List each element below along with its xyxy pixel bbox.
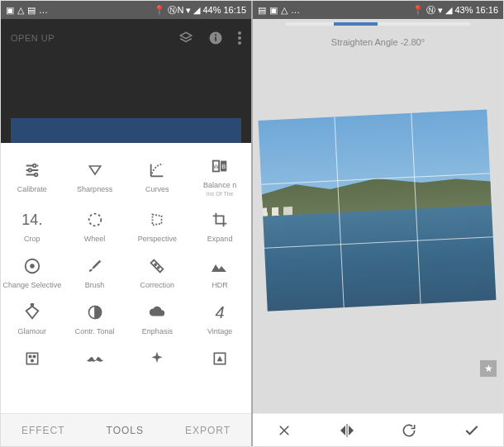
tool-label: Enphasis <box>142 327 173 335</box>
contrast-icon <box>87 302 103 322</box>
tool-crop2[interactable] <box>1 342 64 375</box>
apply-button[interactable] <box>440 422 503 439</box>
tab-effect[interactable]: EFFECT <box>21 425 65 436</box>
gallery-icon: ▤ <box>27 5 36 16</box>
tool-label: Calibrate <box>17 185 47 193</box>
svg-rect-20 <box>26 353 37 364</box>
photo[interactable] <box>258 110 496 312</box>
tool-sublabel: Inc Of The <box>207 191 234 197</box>
tool-hdr[interactable]: HDR <box>188 250 251 296</box>
curve-icon <box>148 160 166 180</box>
tool-crop[interactable]: 14. Crop <box>1 203 64 250</box>
cancel-button[interactable] <box>253 423 316 438</box>
bookmark-icon[interactable]: ★ <box>480 360 497 377</box>
location-icon: 📍 <box>154 5 165 16</box>
tool-curves[interactable]: Curves <box>126 150 189 203</box>
tool-expand[interactable]: Expand <box>188 203 251 250</box>
tool-label: Glamour <box>18 327 47 335</box>
phone-left: ▣ △ ▤ … 📍 ⓃN ▾ ◢ 44% 16:15 OPEN UP <box>1 1 251 446</box>
tool-label: Balance n <box>203 181 236 189</box>
perspective-icon <box>148 210 166 230</box>
dots-icon <box>24 349 40 369</box>
tool-enphasis[interactable]: Enphasis <box>126 296 189 342</box>
mountains-icon <box>210 256 230 276</box>
photo-canvas[interactable] <box>258 72 497 380</box>
editor-preview: OPEN UP <box>1 19 251 143</box>
tool-retro[interactable] <box>64 342 126 375</box>
brush-icon <box>86 256 104 276</box>
layers-icon[interactable] <box>178 31 193 45</box>
number-icon: 4 <box>216 302 225 322</box>
sparkle-icon <box>149 349 165 369</box>
bandage-icon <box>148 256 166 276</box>
phone-right: ▤ ▣ △ … 📍 Ⓝ ▾ ◢ 43% 16:16 Straighten Ang… <box>253 1 503 446</box>
tool-grunge[interactable] <box>126 342 189 375</box>
svg-rect-1 <box>215 37 216 41</box>
svg-point-17 <box>158 267 159 269</box>
svg-point-13 <box>88 214 101 226</box>
tool-label: Expand <box>207 235 233 243</box>
tool-contrast[interactable]: Contr. Tonal <box>64 296 126 342</box>
target-icon <box>23 256 41 276</box>
svg-point-5 <box>238 41 241 45</box>
wifi-icon: ▾ <box>438 5 443 16</box>
svg-text:B: B <box>221 163 226 170</box>
svg-point-22 <box>33 355 36 358</box>
tool-label: Brush <box>85 281 105 289</box>
tool-balance[interactable]: WB Balance n Inc Of The <box>188 150 251 203</box>
svg-point-21 <box>29 355 31 358</box>
svg-point-15 <box>31 264 34 268</box>
svg-point-2 <box>215 34 216 36</box>
notif-icon: ▣ <box>269 5 278 16</box>
flip-button[interactable] <box>316 423 378 438</box>
svg-point-7 <box>28 169 31 172</box>
tool-label: HDR <box>212 281 228 289</box>
tool-label: Crop <box>24 235 40 243</box>
mustache-icon <box>85 349 105 369</box>
more-icon: … <box>291 5 300 15</box>
bottom-tabs: EFFECT TOOLS EXPORT <box>1 413 251 446</box>
tool-wheel[interactable]: Wheel <box>64 203 126 250</box>
tool-blanco[interactable] <box>188 342 251 375</box>
tool-sharpness[interactable]: Sharpness <box>64 150 126 203</box>
tab-tools[interactable]: TOOLS <box>107 425 144 436</box>
tool-vintage[interactable]: 4 Vintage <box>188 296 251 342</box>
action-bar <box>253 413 503 446</box>
tool-selective[interactable]: Change Selective <box>1 250 64 296</box>
tool-label: Contr. Tonal <box>75 327 115 335</box>
tools-grid: Calibrate Sharpness Curves WB Balance n … <box>1 143 251 413</box>
rule-of-thirds-grid <box>258 110 496 312</box>
tool-label: Wheel <box>84 235 106 243</box>
tool-label: Perspective <box>138 235 177 243</box>
tool-glamour[interactable]: Glamour <box>1 296 64 342</box>
svg-point-3 <box>238 31 241 35</box>
square-up-icon <box>212 349 228 369</box>
location-icon: 📍 <box>412 5 424 16</box>
overflow-icon[interactable] <box>238 31 241 45</box>
battery-text: 43% <box>454 5 473 15</box>
notif-icon: ▣ <box>6 5 14 16</box>
svg-point-8 <box>35 173 38 176</box>
tool-calibrate[interactable]: Calibrate <box>1 150 64 203</box>
angle-label: Straighten Angle -2.80° <box>253 37 503 47</box>
tool-perspective[interactable]: Perspective <box>126 203 189 250</box>
time-text: 16:16 <box>475 5 498 15</box>
svg-point-18 <box>31 303 34 306</box>
tool-label: Sharpness <box>77 185 112 193</box>
wb-icon: WB <box>211 156 229 176</box>
rotate-button[interactable] <box>378 422 441 439</box>
nfc-icon: ⓃN <box>168 4 183 17</box>
nfc-icon: Ⓝ <box>426 4 435 17</box>
battery-text: 44% <box>202 5 221 15</box>
tool-correction[interactable]: Correction <box>126 250 189 296</box>
tune-icon <box>23 160 41 180</box>
time-text: 16:15 <box>223 5 246 15</box>
more-icon: … <box>39 5 48 15</box>
warn-icon: △ <box>17 5 24 16</box>
image-preview[interactable] <box>11 118 241 143</box>
tab-export[interactable]: EXPORT <box>185 425 231 436</box>
wifi-icon: ▾ <box>186 5 191 16</box>
tool-brush[interactable]: Brush <box>64 250 126 296</box>
mode-indicator[interactable] <box>286 22 470 26</box>
info-icon[interactable] <box>208 31 223 45</box>
